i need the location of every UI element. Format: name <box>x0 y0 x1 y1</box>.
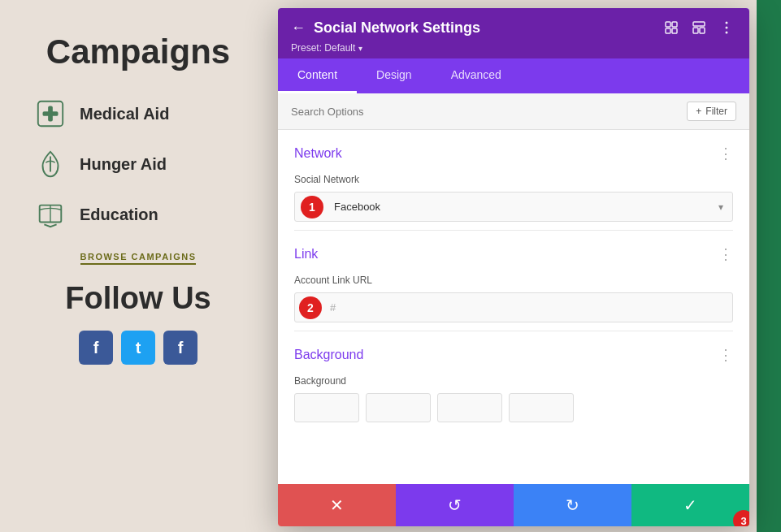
network-more-icon[interactable]: ⋮ <box>718 145 733 162</box>
medical-aid-label: Medical Aid <box>80 105 169 123</box>
layout-icon[interactable] <box>689 18 709 37</box>
step-1-badge: 1 <box>301 196 323 218</box>
background-more-icon[interactable]: ⋮ <box>718 346 733 364</box>
bg-left-content: Campaigns Medical Aid <box>0 0 276 532</box>
back-arrow-icon[interactable]: ← <box>291 19 306 37</box>
svg-rect-8 <box>666 28 670 33</box>
background-section: Background ⋮ Background <box>294 331 733 430</box>
modal-panel: ← Social Network Settings <box>278 8 749 526</box>
svg-rect-6 <box>666 22 670 27</box>
list-item: Medical Aid <box>33 96 244 132</box>
network-field-label: Social Network <box>294 174 733 185</box>
browse-campaigns-link[interactable]: BROWSE CAMPAIGNS <box>80 252 197 265</box>
filter-button[interactable]: + Filter <box>687 102 736 121</box>
link-section-header: Link ⋮ <box>294 245 733 263</box>
color-swatch-4[interactable] <box>509 393 574 422</box>
svg-rect-12 <box>700 28 705 33</box>
education-label: Education <box>80 205 158 224</box>
undo-icon: ↺ <box>448 495 462 515</box>
network-select-wrapper: 1 Facebook Twitter LinkedIn Instagram ▾ <box>294 192 733 222</box>
preset-label: Preset: Default <box>291 42 355 54</box>
modal-header: ← Social Network Settings <box>278 8 749 58</box>
campaign-list: Medical Aid Hunger Aid <box>33 96 244 232</box>
url-input[interactable] <box>294 292 733 322</box>
hunger-aid-icon <box>33 146 68 182</box>
save-icon: ✓ <box>683 495 697 515</box>
network-section-title: Network <box>294 146 342 161</box>
svg-point-15 <box>726 32 728 34</box>
medical-aid-icon <box>33 96 68 132</box>
modal-header-actions <box>662 18 736 37</box>
link-more-icon[interactable]: ⋮ <box>718 245 733 263</box>
svg-rect-2 <box>43 111 59 116</box>
link-field-label: Account Link URL <box>294 275 733 286</box>
more-options-icon[interactable] <box>717 18 736 37</box>
link-section-title: Link <box>294 247 318 262</box>
tab-design[interactable]: Design <box>357 58 432 93</box>
svg-rect-10 <box>693 22 705 26</box>
modal-footer: ✕ ↺ ↻ ✓ 3 <box>278 484 749 526</box>
undo-button[interactable]: ↺ <box>396 484 514 526</box>
network-section-header: Network ⋮ <box>294 145 733 162</box>
url-hash-symbol: # <box>330 301 336 314</box>
search-input[interactable] <box>291 106 687 118</box>
svg-point-14 <box>726 27 728 29</box>
campaigns-title: Campaigns <box>46 32 230 71</box>
facebook-icon-btn[interactable]: f <box>79 331 113 365</box>
list-item: Hunger Aid <box>33 146 244 182</box>
url-field-wrapper: 2 # <box>294 292 733 322</box>
redo-button[interactable]: ↻ <box>514 484 631 526</box>
background-section-title: Background <box>294 348 363 362</box>
bg-right-panel <box>757 0 781 532</box>
filter-plus-icon: + <box>696 106 701 117</box>
filter-label: Filter <box>705 106 727 117</box>
color-swatch-2[interactable] <box>366 393 431 422</box>
list-item: Education <box>33 197 244 232</box>
network-section: Network ⋮ Social Network 1 Facebook Twit… <box>294 130 733 230</box>
social-network-select[interactable]: Facebook Twitter LinkedIn Instagram <box>294 192 733 222</box>
background-field-label: Background <box>294 375 733 387</box>
tab-advanced[interactable]: Advanced <box>432 58 521 93</box>
expand-icon[interactable] <box>662 18 681 37</box>
cancel-icon: ✕ <box>330 495 344 515</box>
modal-title-row: ← Social Network Settings <box>291 18 736 37</box>
social-icons-row: f t f <box>79 331 197 365</box>
save-button[interactable]: ✓ 3 <box>631 484 749 526</box>
tab-content[interactable]: Content <box>278 58 357 93</box>
step-3-badge: 3 <box>733 510 749 526</box>
facebook2-icon-btn[interactable]: f <box>163 331 197 365</box>
redo-icon: ↻ <box>566 495 579 515</box>
color-swatch-3[interactable] <box>437 393 502 422</box>
modal-title: Social Network Settings <box>314 19 480 37</box>
modal-tabs: Content Design Advanced <box>278 58 749 93</box>
cancel-button[interactable]: ✕ <box>278 484 396 526</box>
svg-rect-9 <box>672 28 677 33</box>
svg-rect-11 <box>693 28 698 33</box>
search-bar: + Filter <box>278 93 749 130</box>
svg-rect-7 <box>672 22 677 27</box>
color-swatch-1[interactable] <box>294 393 359 422</box>
preset-arrow-icon[interactable]: ▾ <box>358 44 362 53</box>
step-2-badge: 2 <box>299 296 322 319</box>
preset-row[interactable]: Preset: Default ▾ <box>291 42 736 58</box>
svg-point-13 <box>726 22 728 24</box>
background-section-header: Background ⋮ <box>294 346 733 364</box>
hunger-aid-label: Hunger Aid <box>80 155 167 174</box>
education-icon <box>33 197 68 232</box>
modal-body: Network ⋮ Social Network 1 Facebook Twit… <box>278 130 749 484</box>
background-color-row <box>294 393 733 422</box>
modal-title-left: ← Social Network Settings <box>291 19 480 37</box>
twitter-icon-btn[interactable]: t <box>121 331 155 365</box>
link-section: Link ⋮ Account Link URL 2 # <box>294 231 733 331</box>
follow-us-title: Follow Us <box>65 281 210 316</box>
